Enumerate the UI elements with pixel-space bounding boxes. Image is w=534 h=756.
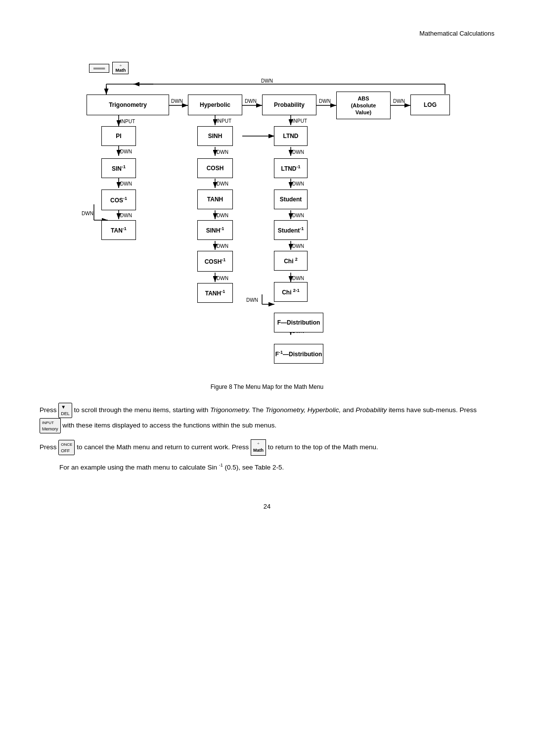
svg-text:DWN: DWN bbox=[245, 98, 257, 104]
svg-text:DWN: DWN bbox=[292, 213, 304, 218]
cosh-label: COSH bbox=[207, 165, 224, 172]
probability-label: Probability bbox=[274, 101, 305, 108]
sinh-label: SINH bbox=[208, 133, 222, 140]
cosh-inv-box: COSH-1 bbox=[197, 251, 233, 272]
svg-text:DWN: DWN bbox=[217, 181, 228, 187]
f-dist-inv-box: F-1—Distribution bbox=[274, 344, 323, 364]
probability-box: Probability bbox=[262, 94, 316, 115]
abs-box: ABS(AbsoluteValue) bbox=[336, 92, 391, 119]
ltnd-inv-box: LTND-1 bbox=[274, 158, 308, 178]
cos-inv-box: COS-1 bbox=[101, 189, 136, 210]
trigonometry-label: Trigonometry bbox=[109, 101, 147, 108]
diagram-container: DWN DWN DWN DWN DWN INPUT DWN DWN bbox=[54, 52, 480, 378]
chi2-box: Chi 2 bbox=[274, 251, 308, 271]
student-inv-label: Student-1 bbox=[278, 226, 304, 234]
page-number: 24 bbox=[40, 503, 494, 510]
student-box: Student bbox=[274, 189, 308, 209]
tan-inv-label: TAN-1 bbox=[111, 226, 127, 234]
svg-text:INPUT: INPUT bbox=[292, 118, 307, 124]
del-key-icon: ▼DEL bbox=[58, 403, 72, 418]
tanh-box: TANH bbox=[197, 189, 233, 209]
pi-box: PI bbox=[101, 126, 136, 146]
svg-text:DWN: DWN bbox=[246, 297, 258, 303]
tanh-label: TANH bbox=[207, 196, 223, 203]
input-memory-key-icon: INPUTMemory bbox=[40, 418, 61, 433]
f-dist-label: F—Distribution bbox=[277, 319, 320, 326]
paragraph-3: For an example using the math menu to ca… bbox=[59, 462, 494, 473]
body-text: Press ▼DEL to scroll through the menu it… bbox=[40, 403, 494, 473]
svg-text:DWN: DWN bbox=[319, 98, 331, 104]
svg-text:INPUT: INPUT bbox=[120, 119, 135, 124]
ltnd-label: LTND bbox=[283, 133, 298, 140]
hyperbolic-box: Hyperbolic bbox=[188, 94, 242, 115]
sinh-inv-label: SINH-1 bbox=[206, 226, 224, 234]
svg-text:DWN: DWN bbox=[217, 213, 228, 218]
cos-inv-label: COS-1 bbox=[110, 196, 127, 204]
sin-inv-label: SIN-1 bbox=[112, 164, 126, 172]
student-label: Student bbox=[280, 196, 302, 203]
figure-caption: Figure 8 The Menu Map for the Math Menu bbox=[40, 383, 494, 390]
sinh-inv-box: SINH-1 bbox=[197, 220, 233, 240]
svg-text:DWN: DWN bbox=[292, 181, 304, 187]
pi-label: PI bbox=[116, 133, 121, 140]
prob-italic: Probability bbox=[356, 406, 387, 414]
math-key-icon-inline: ÷Math bbox=[251, 439, 266, 456]
keyboard-icon: ═══ bbox=[89, 64, 109, 73]
svg-text:DWN: DWN bbox=[217, 243, 228, 249]
svg-text:DWN: DWN bbox=[120, 149, 132, 154]
f-dist-inv-label: F-1—Distribution bbox=[275, 350, 322, 358]
log-box: LOG bbox=[410, 94, 450, 115]
tan-inv-box: TAN-1 bbox=[101, 220, 136, 240]
svg-text:INPUT: INPUT bbox=[217, 118, 231, 124]
sinh-box: SINH bbox=[197, 126, 233, 146]
svg-text:DWN: DWN bbox=[171, 98, 183, 104]
figure-caption-text: Figure 8 The Menu Map for the Math Menu bbox=[211, 383, 324, 390]
tanh-inv-label: TANH-1 bbox=[205, 289, 225, 297]
student-inv-box: Student-1 bbox=[274, 220, 308, 240]
chi2-inv-box: Chi 2-1 bbox=[274, 282, 308, 302]
once-off-key-icon: ONCEOFF bbox=[58, 440, 75, 455]
chi2-label: Chi 2 bbox=[284, 257, 298, 265]
svg-text:DWN: DWN bbox=[393, 98, 405, 104]
math-key-icon: ÷ Math bbox=[112, 62, 129, 74]
abs-label: ABS(AbsoluteValue) bbox=[351, 95, 376, 116]
f-dist-box: F—Distribution bbox=[274, 313, 323, 332]
page: Mathematical Calculations DWN bbox=[0, 0, 534, 540]
svg-text:DWN: DWN bbox=[292, 149, 304, 155]
svg-text:DWN: DWN bbox=[217, 276, 228, 281]
math-key-area: ═══ ÷ Math bbox=[89, 62, 129, 74]
page-number-text: 24 bbox=[264, 503, 270, 510]
ltnd-box: LTND bbox=[274, 126, 308, 146]
svg-text:DWN: DWN bbox=[292, 243, 304, 249]
trig-italic-2: Trigonometry, bbox=[266, 406, 306, 414]
ltnd-inv-label: LTND-1 bbox=[281, 164, 300, 172]
svg-text:DWN: DWN bbox=[120, 213, 132, 218]
svg-text:DWN: DWN bbox=[82, 211, 93, 216]
cosh-inv-label: COSH-1 bbox=[205, 257, 226, 265]
sin-inv-box: SIN-1 bbox=[101, 158, 136, 178]
cosh-box: COSH bbox=[197, 158, 233, 178]
hyperbolic-label: Hyperbolic bbox=[200, 101, 230, 108]
trig-italic-1: Trigonometry. bbox=[210, 406, 250, 414]
tanh-inv-box: TANH-1 bbox=[197, 283, 233, 303]
svg-text:DWN: DWN bbox=[261, 78, 273, 84]
paragraph-2: Press ONCEOFF to cancel the Math menu an… bbox=[40, 439, 494, 456]
page-header: Mathematical Calculations bbox=[40, 30, 494, 37]
paragraph-1: Press ▼DEL to scroll through the menu it… bbox=[40, 403, 494, 433]
trigonometry-box: Trigonometry bbox=[87, 94, 169, 115]
log-label: LOG bbox=[424, 101, 437, 108]
svg-text:DWN: DWN bbox=[120, 181, 132, 187]
svg-text:DWN: DWN bbox=[217, 149, 228, 155]
svg-text:DWN: DWN bbox=[292, 276, 304, 281]
chi2-inv-label: Chi 2-1 bbox=[282, 288, 300, 296]
page-title: Mathematical Calculations bbox=[419, 30, 494, 37]
hyp-italic: Hyperbolic, bbox=[308, 406, 341, 414]
